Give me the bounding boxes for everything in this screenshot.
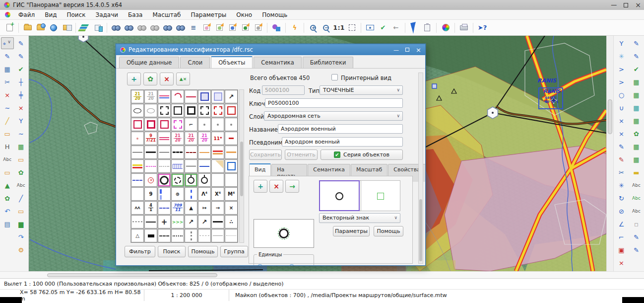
symbol-cell[interactable] (185, 104, 197, 117)
params-button[interactable]: Параметры (333, 226, 370, 236)
menu-item-4[interactable]: База (123, 10, 147, 19)
cut-nodes-icon[interactable]: ✂ (616, 166, 628, 178)
window-titlebar[interactable]: ГИС "Панорама" версия 15.4.0.5 x64 (0, 0, 644, 10)
text-abc-green-icon[interactable]: Abc (631, 192, 643, 204)
undo-icon[interactable]: ↶ (1, 205, 13, 217)
dialog-tab-3[interactable]: Семантика (254, 57, 302, 69)
symbol-cell-selected[interactable] (158, 173, 171, 187)
menu-item-7[interactable]: Окно (231, 10, 257, 19)
plant-tool-icon[interactable]: ✿ (631, 128, 643, 140)
symbol-cell[interactable]: ∴ (225, 215, 238, 228)
symbol-cell[interactable] (131, 215, 144, 228)
dialog-maximize-button[interactable] (405, 48, 409, 52)
select-confirm-icon[interactable]: ✔ (377, 22, 389, 34)
pen-edit-icon[interactable]: ✎ (631, 37, 643, 49)
type-select[interactable]: ТОЧЕЧНЫЕ (320, 85, 403, 95)
symbol-cell[interactable] (198, 229, 211, 242)
symbol-cell[interactable] (144, 104, 157, 117)
flashlight-objects-icon[interactable]: ▭ (1, 166, 13, 178)
flashlight-layer-icon[interactable]: ▭ (15, 153, 27, 165)
select-note-pink-icon[interactable] (200, 22, 212, 34)
symbol-cell[interactable]: → (211, 201, 224, 215)
maximize-button[interactable] (624, 3, 628, 7)
symbol-cell[interactable] (131, 118, 144, 131)
symbol-cell[interactable]: + (158, 215, 171, 228)
symbol-cell[interactable] (198, 118, 211, 131)
symbol-cell[interactable] (131, 159, 144, 173)
symbol-cell[interactable] (144, 118, 157, 131)
find-by-condition-icon[interactable] (162, 22, 174, 34)
series-checkbox[interactable]: ✔ (334, 152, 340, 158)
symbol-cell[interactable]: 70911 (171, 201, 184, 215)
measure-dots-icon[interactable]: ╱ (15, 192, 27, 204)
symbol-cell[interactable]: 9 (144, 187, 157, 201)
fast-launch-icon[interactable]: ϟ (289, 22, 301, 34)
series-panel[interactable]: ✔ Серия объектов (321, 150, 403, 160)
select-note-green-icon[interactable] (213, 22, 225, 34)
node-star-icon[interactable]: ✳ (616, 50, 628, 62)
grid-scrollbar-thumb[interactable] (240, 142, 243, 196)
pen-help-icon[interactable]: ✎ (631, 50, 643, 62)
symbol-cell[interactable] (131, 173, 144, 187)
symbol-cell[interactable] (225, 146, 238, 159)
pen-red-icon[interactable]: ✎ (616, 153, 628, 165)
clone-object-button[interactable]: ✿ (143, 73, 157, 85)
edit-line-icon[interactable]: ✎ (15, 37, 27, 49)
object-list-icon[interactable]: ≡ (188, 22, 199, 34)
find-object-icon[interactable] (110, 22, 122, 34)
symbol-cell[interactable] (158, 104, 171, 117)
printer-view-checkbox[interactable] (331, 74, 338, 80)
map-horizontal-scrollbar[interactable] (0, 271, 644, 278)
pen-wave-icon[interactable]: ✎ (631, 244, 643, 256)
alias-field[interactable] (282, 137, 403, 147)
dialog-close-button[interactable]: × (416, 46, 421, 54)
topology-node-icon[interactable]: ⌖ (1, 37, 14, 49)
symbol-cell[interactable]: 97/21 (144, 132, 157, 145)
symbol-cell[interactable] (225, 118, 238, 131)
symbol-cell[interactable] (211, 146, 224, 159)
dialog-tab-1[interactable]: Слои (180, 57, 210, 69)
text-title-icon[interactable]: Abc (1, 153, 13, 165)
dialog-titlebar[interactable]: Редактирование классификатора /dfc.rsc (116, 44, 425, 55)
route-strip-icon[interactable]: ▬ (631, 166, 643, 178)
text-abc-3-icon[interactable]: Abc (631, 179, 643, 191)
symbol-cell[interactable] (131, 187, 144, 201)
node-branch-icon[interactable]: Y (616, 37, 628, 49)
symbol-cell[interactable] (211, 104, 224, 117)
node-star-2-icon[interactable]: ✳ (616, 179, 628, 191)
dialog-minimize-button[interactable]: — (393, 47, 399, 53)
symbol-cell[interactable]: ↗ (185, 215, 197, 228)
filter-button[interactable]: Фильтр (125, 246, 155, 257)
symbol-cell[interactable] (158, 90, 171, 103)
copy-object-icon[interactable]: ▦ (1, 63, 13, 75)
symbol-cell[interactable] (185, 173, 197, 187)
edit-curve-icon[interactable]: ✎ (15, 50, 27, 62)
flashlight-select-icon[interactable]: ▭ (15, 205, 27, 217)
hammer-tool-icon[interactable]: × (616, 257, 628, 269)
zoom-in-icon[interactable]: + (307, 22, 319, 34)
symbol-cell[interactable] (144, 229, 157, 242)
symbol-cell[interactable] (198, 159, 211, 173)
symbol-cell[interactable]: 41 (144, 201, 157, 215)
symbol-cell[interactable] (198, 173, 211, 187)
map-convert-icon[interactable] (92, 22, 104, 34)
symbol-cell[interactable] (158, 118, 171, 131)
dialog-scrollbar[interactable] (418, 73, 423, 264)
symbol-cell[interactable] (185, 146, 197, 159)
symbol-cell[interactable]: M4 (225, 187, 238, 201)
add-view-button[interactable]: + (254, 180, 267, 193)
symbol-cell[interactable] (225, 173, 238, 187)
menu-item-1[interactable]: Вид (40, 10, 62, 19)
pen-list-icon[interactable]: ✎ (631, 231, 643, 243)
close-button[interactable]: × (635, 1, 641, 9)
color-settings-icon[interactable] (440, 22, 451, 34)
pen-confirm-icon[interactable]: ✔ (631, 63, 643, 75)
symbol-cell[interactable]: ↗ (198, 215, 211, 228)
curve-tool-icon[interactable]: ∼ (15, 128, 27, 140)
symbol-cell[interactable]: ↗ (225, 90, 238, 103)
symbol-cell[interactable] (211, 159, 224, 173)
menu-item-6[interactable]: Параметры (186, 10, 231, 19)
chart-objects-icon[interactable]: ▆ (15, 218, 27, 230)
print-icon[interactable] (458, 22, 470, 34)
copy-gray-icon[interactable]: ▫ (631, 218, 643, 230)
